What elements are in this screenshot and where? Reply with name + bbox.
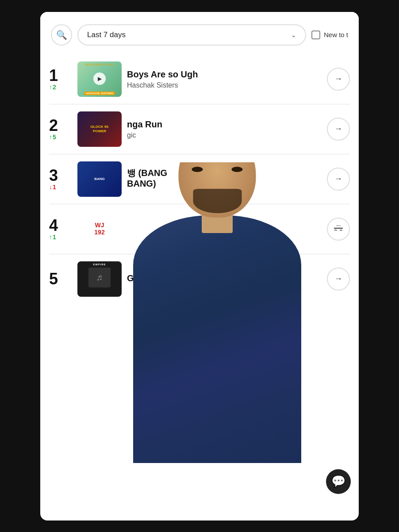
thumb-1-bottom-text: HASCHAK SISTERS [84,92,115,95]
header: 🔍 Last 7 days ⌄ New to t [40,12,359,53]
rank-number-2: 2 [49,118,58,134]
rank-area-3: 3 1 [49,168,72,191]
rank-area-4: 4 1 [49,218,72,241]
chart-item-4: 4 1 WJ192 — ⌃⌃ [40,206,359,252]
rank-change-1: 2 [49,84,56,91]
divider-1 [49,104,350,104]
divider-2 [49,154,350,154]
nav-arrow-3[interactable]: → [327,168,350,191]
thumb-2-text: GLOCK 9SPOWER [91,125,109,133]
thumb-1-top-text: BOYS ARE SO UGH [85,63,114,66]
chevron-down-icon: ⌄ [291,31,296,38]
chat-fab-button[interactable]: 💬 [326,469,351,494]
nav-arrow-2[interactable]: → [327,118,350,141]
chart-item-3: 3 1 BANG 뱅 (BANGBANG) → [40,156,359,202]
thumbnail-1: BOYS ARE SO UGH ▶ HASCHAK SISTERS [77,61,122,97]
thumbnail-3: BANG [77,161,122,197]
divider-4 [49,254,350,254]
rank-number-5: 5 [49,271,58,287]
thumbnail-2: GLOCK 9SPOWER [77,111,122,147]
rank-area-5: 5 [49,271,72,287]
song-info-5: Gas Pedal [127,273,322,285]
filter-dropdown[interactable]: Last 7 days ⌄ [77,24,306,46]
rank-change-4: 1 [49,233,56,241]
rank-area-1: 1 2 [49,68,72,91]
thumbnail-4: WJ192 [77,211,122,247]
nav-arrow-1[interactable]: → [327,68,350,91]
song-title-5: Gas Pedal [127,273,322,283]
new-to-checkbox[interactable] [311,31,320,39]
thumb-5-label: EMPIRE [93,263,106,266]
thumb-5-shape: ♬ [88,268,111,287]
screen: 🔍 Last 7 days ⌄ New to t 1 2 [40,12,359,521]
rank-number-1: 1 [49,68,58,84]
phone-container: 🔍 Last 7 days ⌄ New to t 1 2 [0,0,399,532]
chart-item-2: 2 5 GLOCK 9SPOWER nga Run gic → [40,106,359,152]
song-title-1: Boys Are so Ugh [127,69,322,80]
new-to-area: New to t [311,31,348,39]
search-icon: 🔍 [56,30,67,40]
filter-label: Last 7 days [87,31,126,39]
song-info-4 [127,228,322,230]
song-title-3: 뱅 (BANGBANG) [127,168,322,189]
song-artist-2: gic [127,131,322,139]
new-to-label: New to t [324,31,348,38]
chart-item-5: 5 EMPIRE ♬ Gas Pedal → [40,256,359,302]
divider-3 [49,204,350,204]
thumbnail-5: EMPIRE ♬ [77,261,122,297]
rank-area-2: 2 5 [49,118,72,141]
thumb-4-text: WJ192 [94,222,104,236]
arrow-up-icon-4 [49,233,52,241]
nav-arrow-5[interactable]: → [327,268,350,291]
rank-number-4: 4 [49,218,58,233]
song-title-2: nga Run [127,119,322,130]
chart-list: 1 2 BOYS ARE SO UGH ▶ HASCHAK SISTERS Bo… [40,53,359,306]
song-info-3: 뱅 (BANGBANG) [127,168,322,191]
thumb-1-play-icon: ▶ [93,73,106,85]
nav-arrow-scroll-4[interactable]: — ⌃⌃ [327,218,350,241]
search-button[interactable]: 🔍 [51,24,72,46]
song-info-2: nga Run gic [127,119,322,139]
song-artist-1: Haschak Sisters [127,81,322,89]
rank-change-2: 5 [49,134,56,141]
arrow-up-icon-1 [49,84,52,91]
double-chevron-up-icon: ⌃⌃ [333,229,344,235]
arrow-up-icon-2 [49,134,52,141]
thumb-3-text: BANG [94,177,105,181]
rank-number-3: 3 [49,168,58,184]
chat-icon: 💬 [331,475,345,488]
chart-item-1: 1 2 BOYS ARE SO UGH ▶ HASCHAK SISTERS Bo… [40,56,359,102]
song-info-1: Boys Are so Ugh Haschak Sisters [127,69,322,89]
rank-change-3: 1 [49,184,56,191]
arrow-down-icon-3 [49,184,52,191]
